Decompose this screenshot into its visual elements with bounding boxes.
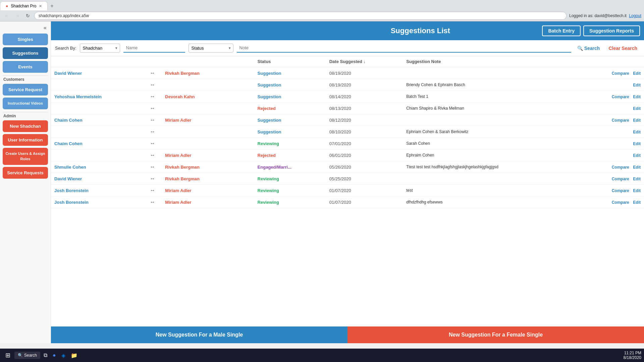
female-name[interactable]: Rivkah Bergman	[165, 71, 200, 76]
compare-btn[interactable]: Compare	[612, 95, 629, 99]
search-icon: 🔍	[577, 46, 583, 51]
female-name[interactable]: Miriam Adler	[165, 188, 191, 193]
date-cell: 01/07/2020	[326, 196, 403, 208]
table-row: ↔ Miriam Adler Rejected 06/01/2020 Ephra…	[51, 149, 644, 161]
table-row: Josh Borenstein ↔ Miriam Adler Reviewing…	[51, 196, 644, 208]
male-name[interactable]: Chaim Cohen	[54, 141, 83, 146]
arrow-icon: ↔	[143, 149, 162, 161]
arrow-icon: ↔	[143, 79, 162, 91]
status-badge: Reviewing	[258, 200, 279, 205]
back-btn[interactable]: ←	[3, 12, 11, 19]
sidebar-item-instructional-videos[interactable]: Instructional Videos	[3, 98, 48, 109]
edit-btn[interactable]: Edit	[633, 200, 641, 205]
reload-btn[interactable]: ↻	[24, 12, 32, 19]
arrow-icon: ↔	[143, 126, 162, 138]
date-cell: 06/01/2020	[326, 149, 403, 161]
forward-btn[interactable]: →	[13, 12, 21, 19]
note-cell	[403, 173, 582, 185]
address-input[interactable]	[34, 12, 567, 20]
female-name[interactable]: Devorah Kahn	[165, 94, 195, 99]
male-name[interactable]: Shmulie Cohen	[54, 165, 86, 170]
sidebar-collapse-btn[interactable]: «	[42, 24, 48, 32]
edit-btn[interactable]: Edit	[633, 71, 641, 76]
suggestion-reports-btn[interactable]: Suggestion Reports	[583, 25, 640, 36]
status-select[interactable]: Status Suggestion Reviewing Rejected Eng…	[189, 44, 233, 53]
edit-btn[interactable]: Edit	[633, 118, 641, 123]
new-suggestion-female-btn[interactable]: New Suggestion For a Female Single	[347, 326, 644, 343]
compare-btn[interactable]: Compare	[612, 188, 629, 193]
table-row: Josh Borenstein ↔ Miriam Adler Reviewing…	[51, 185, 644, 196]
female-name[interactable]: Miriam Adler	[165, 153, 191, 158]
logout-link[interactable]: Logout	[629, 13, 641, 18]
footer-bar: New Suggestion For a Male Single New Sug…	[51, 326, 644, 343]
note-cell: Ephriam Cohen & Sarah Berkowitz	[403, 126, 582, 138]
sidebar-item-service-request[interactable]: Service Request	[3, 84, 48, 96]
tab-close-btn[interactable]: ✕	[39, 4, 42, 8]
male-name[interactable]: Yehoshua Mermelstein	[54, 94, 102, 99]
shadchan-select[interactable]: Shadchan	[80, 44, 120, 53]
sidebar-item-new-shadchan[interactable]: New Shadchan	[3, 120, 48, 132]
search-btn[interactable]: 🔍 Search	[575, 44, 603, 53]
sidebar-item-events[interactable]: Events	[3, 61, 48, 73]
edit-btn[interactable]: Edit	[633, 177, 641, 181]
clear-search-btn[interactable]: Clear Search	[606, 44, 640, 53]
sidebar-item-create-users-assign-roles[interactable]: Create Users & Assign Roles	[3, 148, 48, 165]
status-badge: Reviewing	[258, 141, 279, 146]
edit-btn[interactable]: Edit	[633, 106, 641, 111]
note-input[interactable]	[237, 44, 571, 53]
new-tab-btn[interactable]: +	[48, 2, 56, 10]
sidebar-item-singles[interactable]: Singles	[3, 34, 48, 45]
female-name[interactable]: Miriam Adler	[165, 118, 191, 123]
edit-btn[interactable]: Edit	[633, 83, 641, 87]
status-badge: Suggestion	[258, 118, 281, 123]
name-input[interactable]	[123, 44, 185, 53]
main-content: Suggestions List Batch Entry Suggestion …	[51, 21, 644, 343]
arrow-icon: ↔	[143, 185, 162, 196]
table-row: David Wiener ↔ Rivkah Bergman Suggestion…	[51, 67, 644, 79]
arrow-icon: ↔	[143, 67, 162, 79]
compare-btn[interactable]: Compare	[612, 177, 629, 181]
status-badge: Rejected	[258, 153, 276, 158]
edit-btn[interactable]: Edit	[633, 188, 641, 193]
status-badge: Suggestion	[258, 71, 281, 76]
status-badge: Suggestion	[258, 94, 281, 99]
compare-btn[interactable]: Compare	[612, 118, 629, 123]
status-badge: Reviewing	[258, 176, 279, 181]
edit-btn[interactable]: Edit	[633, 165, 641, 170]
edit-btn[interactable]: Edit	[633, 141, 641, 146]
female-name[interactable]: Rivkah Bergman	[165, 176, 200, 181]
browser-tab[interactable]: ● Shadchan Pro ✕	[0, 1, 48, 10]
compare-btn[interactable]: Compare	[612, 200, 629, 205]
sidebar-item-service-requests[interactable]: Service Requests	[3, 167, 48, 179]
male-name[interactable]: Chaim Cohen	[54, 118, 83, 123]
date-cell: 07/01/2020	[326, 138, 403, 149]
logged-in-text: Logged in as: david@besttech.it Logout	[569, 13, 641, 18]
col-status[interactable]: Status	[254, 56, 326, 67]
suggestions-table: Status Date Suggested ↓ Suggestion Note …	[51, 56, 644, 208]
male-name[interactable]: David Wiener	[54, 71, 82, 76]
date-cell: 08/12/2020	[326, 114, 403, 126]
batch-entry-btn[interactable]: Batch Entry	[542, 25, 581, 36]
female-name[interactable]: Rivkah Bergman	[165, 165, 200, 170]
new-suggestion-male-btn[interactable]: New Suggestion For a Male Single	[51, 326, 347, 343]
status-badge: Suggestion	[258, 129, 281, 134]
note-cell	[403, 114, 582, 126]
col-actions	[582, 56, 644, 67]
male-name[interactable]: David Wiener	[54, 176, 82, 181]
sidebar-item-user-information[interactable]: User Information	[3, 134, 48, 146]
date-cell: 08/10/2020	[326, 126, 403, 138]
col-date[interactable]: Date Suggested ↓	[326, 56, 403, 67]
edit-btn[interactable]: Edit	[633, 95, 641, 99]
edit-btn[interactable]: Edit	[633, 153, 641, 158]
male-name[interactable]: Josh Borenstein	[54, 200, 89, 205]
edit-btn[interactable]: Edit	[633, 130, 641, 134]
search-by-label: Search By:	[55, 46, 76, 51]
sidebar: « Singles Suggestions Events Customers S…	[0, 21, 51, 343]
female-name[interactable]: Miriam Adler	[165, 200, 191, 205]
compare-btn[interactable]: Compare	[612, 71, 629, 76]
status-badge: Suggestion	[258, 82, 281, 87]
male-name[interactable]: Josh Borenstein	[54, 188, 89, 193]
note-cell: Ephraim Cohen	[403, 149, 582, 161]
sidebar-item-suggestions[interactable]: Suggestions	[3, 47, 48, 59]
compare-btn[interactable]: Compare	[612, 165, 629, 170]
